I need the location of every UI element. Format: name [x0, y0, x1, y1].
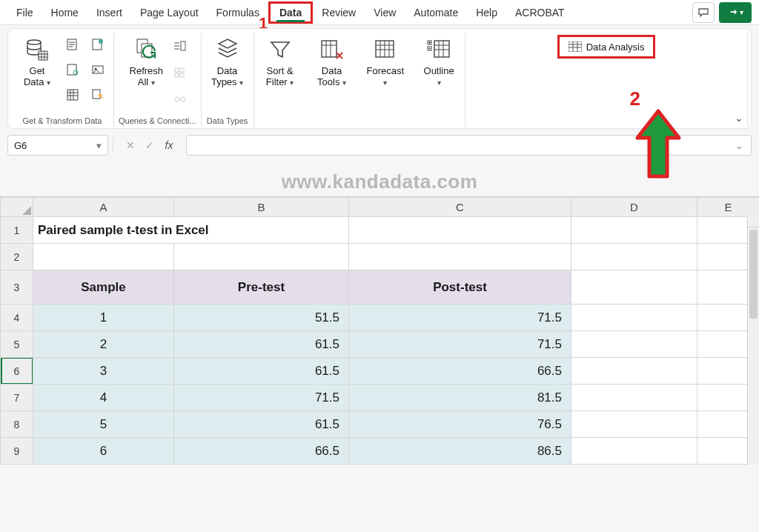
tab-home[interactable]: Home: [42, 2, 87, 23]
share-button[interactable]: ▾: [719, 2, 752, 23]
data-analysis-icon: [569, 41, 582, 52]
outline-button[interactable]: Outline▾: [417, 33, 460, 90]
cell[interactable]: 71.5: [174, 385, 349, 411]
cell[interactable]: 51.5: [174, 305, 349, 331]
cell[interactable]: 61.5: [174, 411, 349, 438]
cell[interactable]: 2: [33, 331, 174, 358]
svg-rect-17: [175, 73, 179, 77]
row-head[interactable]: 9: [1, 438, 33, 465]
insert-function-icon[interactable]: fx: [161, 139, 177, 151]
tab-help[interactable]: Help: [467, 2, 506, 23]
cell[interactable]: 3: [33, 358, 174, 385]
col-D[interactable]: D: [571, 198, 697, 217]
row-head[interactable]: 7: [1, 385, 33, 411]
cell[interactable]: 1: [33, 305, 174, 331]
chevron-down-icon: ▾: [96, 140, 102, 151]
cell[interactable]: 81.5: [349, 385, 571, 411]
tab-review[interactable]: Review: [313, 2, 365, 23]
data-tools-icon: [317, 35, 347, 64]
from-table-icon[interactable]: [63, 60, 82, 79]
table-header[interactable]: Post-test: [349, 270, 571, 305]
row-2: 2: [1, 244, 760, 270]
row-head[interactable]: 2: [1, 244, 33, 270]
svg-point-4: [99, 39, 103, 44]
row-head[interactable]: 1: [1, 217, 33, 244]
refresh-all-button[interactable]: RefreshAll ▾: [125, 33, 168, 90]
tab-insert[interactable]: Insert: [87, 2, 131, 23]
database-icon: [22, 35, 52, 64]
formula-expand-icon[interactable]: ⌄: [735, 140, 743, 151]
funnel-icon: [265, 35, 295, 64]
tab-automate[interactable]: Automate: [405, 2, 467, 23]
data-analysis-label: Data Analysis: [586, 41, 645, 53]
enter-formula-icon[interactable]: ✓: [142, 139, 158, 151]
row-head[interactable]: 4: [1, 305, 33, 331]
vertical-scrollbar[interactable]: [747, 216, 759, 465]
ribbon: GetData ▾ Get & Transform Data RefreshAl…: [7, 28, 752, 129]
tab-acrobat[interactable]: ACROBAT: [506, 2, 574, 23]
refresh-icon: [131, 35, 161, 64]
cell[interactable]: 61.5: [174, 331, 349, 358]
cell[interactable]: 66.5: [349, 358, 571, 385]
tab-page-layout[interactable]: Page Layout: [131, 2, 208, 23]
col-A[interactable]: A: [33, 198, 174, 217]
tab-file[interactable]: File: [7, 2, 42, 23]
name-box[interactable]: G6 ▾: [7, 135, 108, 156]
col-B[interactable]: B: [174, 198, 349, 217]
comments-button[interactable]: [692, 2, 715, 23]
cell[interactable]: 71.5: [349, 305, 571, 331]
svg-rect-15: [175, 68, 179, 72]
row-head[interactable]: 3: [1, 270, 33, 305]
sort-filter-button[interactable]: Sort &Filter ▾: [259, 33, 302, 90]
chevron-down-icon: ▾: [740, 8, 743, 16]
existing-connections-icon[interactable]: [88, 85, 107, 104]
properties-icon[interactable]: [170, 63, 190, 82]
row-4: 4 1 51.5 71.5: [1, 305, 760, 331]
cell[interactable]: 61.5: [174, 358, 349, 385]
svg-rect-14: [181, 41, 185, 50]
recent-sources-icon[interactable]: [63, 85, 82, 104]
table-header[interactable]: Sample: [33, 270, 174, 305]
col-E[interactable]: E: [697, 198, 760, 217]
cell[interactable]: 5: [33, 411, 174, 438]
from-text-csv-icon[interactable]: [63, 35, 82, 54]
from-picture-icon[interactable]: [88, 60, 107, 79]
get-data-button[interactable]: GetData ▾: [16, 33, 59, 90]
collapse-ribbon-button[interactable]: ⌄: [735, 112, 743, 124]
cell-title[interactable]: Paired sample t-test in Excel: [33, 217, 349, 244]
spreadsheet-grid[interactable]: A B C D E 1 Paired sample t-test in Exce…: [0, 197, 759, 465]
svg-rect-5: [67, 64, 76, 75]
select-all-corner[interactable]: [1, 198, 33, 217]
queries-connections-icon[interactable]: [170, 36, 190, 56]
svg-point-0: [27, 40, 41, 44]
row-head[interactable]: 6: [1, 358, 33, 385]
forecast-button[interactable]: Forecast▾: [362, 33, 409, 90]
column-headers[interactable]: A B C D E: [1, 198, 760, 217]
group-analysis: Data Analysis: [465, 33, 748, 127]
table-header[interactable]: Pre-test: [174, 270, 349, 305]
svg-point-19: [175, 97, 179, 102]
row-head[interactable]: 5: [1, 331, 33, 358]
row-head[interactable]: 8: [1, 411, 33, 438]
cell[interactable]: 4: [33, 385, 174, 411]
cell[interactable]: 71.5: [349, 331, 571, 358]
cell[interactable]: 66.5: [174, 438, 349, 465]
group-label-queries: Queries & Connecti...: [119, 116, 196, 127]
group-data-types: DataTypes ▾ Data Types: [202, 33, 254, 127]
data-analysis-button[interactable]: Data Analysis: [557, 35, 656, 59]
edit-links-icon[interactable]: [170, 90, 190, 109]
from-web-icon[interactable]: [88, 35, 107, 54]
cell[interactable]: 6: [33, 438, 174, 465]
group-label-types: Data Types: [207, 116, 248, 127]
cell[interactable]: 76.5: [349, 411, 571, 438]
group-queries: RefreshAll ▾ Queries & Connecti...: [114, 33, 202, 127]
col-C[interactable]: C: [349, 198, 571, 217]
cell[interactable]: 86.5: [349, 438, 571, 465]
data-tools-button[interactable]: DataTools ▾: [311, 33, 354, 90]
tab-view[interactable]: View: [365, 2, 405, 23]
tab-data[interactable]: Data 1: [268, 1, 313, 24]
data-types-button[interactable]: DataTypes ▾: [206, 33, 249, 90]
cancel-formula-icon[interactable]: ✕: [122, 139, 139, 151]
ribbon-tabs: File Home Insert Page Layout Formulas Da…: [0, 0, 759, 25]
formula-bar[interactable]: ⌄: [186, 135, 752, 156]
